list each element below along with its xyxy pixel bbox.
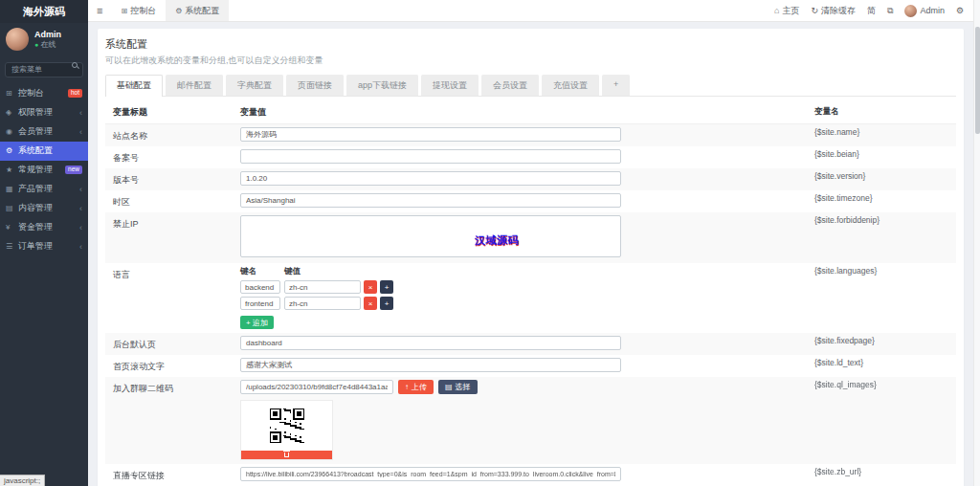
text-input[interactable]	[240, 358, 621, 372]
text-input[interactable]	[240, 171, 621, 186]
table-row: 备案号{$site.beian}	[105, 146, 956, 168]
kv-row: ×+	[240, 297, 799, 310]
fullscreen-button[interactable]: ⧉	[887, 6, 893, 16]
kv-append-button[interactable]: +追加	[240, 316, 274, 329]
sidebar-item-6[interactable]: ▦产品管理‹	[0, 180, 88, 199]
config-tab-4[interactable]: 页面链接	[286, 75, 344, 96]
row-value	[233, 168, 807, 190]
config-tab-7[interactable]: 会员设置	[481, 75, 539, 96]
column-header: 变量值	[233, 101, 807, 124]
chevron-left-icon: ‹	[79, 127, 82, 137]
config-tab-8[interactable]: 充值设置	[542, 75, 599, 96]
choose-label: 选择	[456, 382, 471, 392]
row-value: 键名键值×+×++追加	[233, 263, 807, 333]
config-card: 系统配置 可以在此增改系统的变量和分组,也可以自定义分组和变量 基础配置邮件配置…	[98, 29, 964, 486]
topbar-tab-1[interactable]: ⊞控制台	[111, 0, 166, 21]
text-input[interactable]	[240, 127, 621, 142]
kv-move-button[interactable]: +	[380, 280, 393, 294]
topbar-actions: ⌂主页 ↻清除缓存 简 ⧉ Admin ⚙	[774, 5, 973, 17]
row-value	[233, 355, 807, 377]
sidebar-item-label: 控制台	[18, 87, 68, 99]
row-title-label: 直播专区链接	[113, 467, 165, 482]
row-value: ↑上传▤选择	[233, 377, 807, 464]
kv-key-input[interactable]	[240, 280, 280, 294]
row-varname: {$site.zb_url}	[807, 464, 956, 486]
scrollbar-thumb[interactable]	[975, 27, 980, 134]
row-title-label: 加入群聊二维码	[113, 380, 173, 395]
sidebar-item-9[interactable]: ☰订单管理‹	[0, 237, 88, 256]
config-tab-6[interactable]: 提现设置	[421, 75, 479, 96]
row-title: 后台默认页	[105, 333, 233, 355]
page-title: 系统配置	[105, 37, 956, 52]
kv-value-input[interactable]	[284, 280, 361, 294]
kv-move-button[interactable]: +	[380, 297, 393, 310]
plus-icon: +	[246, 319, 251, 327]
sidebar-item-7[interactable]: ▤内容管理‹	[0, 199, 88, 218]
row-value	[233, 212, 807, 263]
sidebar-item-8[interactable]: ¥资金管理‹	[0, 218, 88, 237]
text-input[interactable]	[240, 336, 621, 350]
gear-icon: ⚙	[956, 6, 964, 15]
fullscreen-icon: ⧉	[887, 6, 893, 16]
sidebar-item-3[interactable]: ◉会员管理‹	[0, 122, 88, 142]
add-tab-button[interactable]: +	[602, 75, 630, 96]
sidebar-item-1[interactable]: ⊞控制台hot	[0, 84, 88, 103]
chevron-left-icon: ‹	[79, 108, 82, 118]
sidebar: 海外源码 Admin ● 在线 ⊞控制台hot◈权限管理‹◉会员管理‹⚙系统配置…	[0, 0, 88, 486]
row-title-label: 时区	[113, 193, 130, 209]
language-toggle[interactable]: 简	[867, 5, 876, 17]
row-title: 首页滚动文字	[105, 355, 233, 377]
row-varname: {$site.beian}	[807, 146, 956, 168]
topbar-avatar	[904, 5, 917, 17]
file-icon: ▤	[6, 204, 18, 212]
box-icon: ▦	[6, 185, 18, 193]
sidebar-item-4[interactable]: ⚙系统配置	[0, 142, 88, 161]
column-header: 变量标题	[105, 101, 233, 124]
home-link[interactable]: ⌂主页	[774, 5, 799, 17]
table-row: 版本号{$site.version}	[105, 168, 956, 190]
row-title-label: 禁止IP	[113, 215, 139, 231]
file-path-input[interactable]	[240, 380, 393, 394]
row-title: 时区	[105, 190, 233, 212]
kv-delete-button[interactable]: ×	[364, 280, 377, 294]
text-input[interactable]	[240, 149, 621, 164]
upload-button[interactable]: ↑上传	[398, 380, 434, 394]
kv-delete-button[interactable]: ×	[364, 297, 377, 310]
row-value	[233, 146, 807, 168]
folder-icon: ▤	[445, 383, 453, 391]
refresh-icon: ↻	[811, 6, 818, 15]
menu-toggle-icon[interactable]: ≡	[88, 5, 111, 16]
shield-icon: ◈	[6, 108, 18, 117]
app-logo: 海外源码	[0, 0, 88, 23]
dashboard-icon: ⊞	[121, 7, 127, 15]
row-title-label: 后台默认页	[113, 336, 156, 351]
star-icon: ★	[6, 166, 18, 174]
config-tab-2[interactable]: 邮件配置	[166, 75, 223, 96]
kv-value-input[interactable]	[284, 297, 361, 310]
clear-cache-button[interactable]: ↻清除缓存	[811, 5, 856, 17]
textarea-input[interactable]	[240, 215, 621, 257]
topbar-tab-2[interactable]: ⚙系统配置	[166, 0, 229, 21]
settings-button[interactable]: ⚙	[956, 6, 964, 15]
watermark-text: 汉域源码	[475, 233, 519, 248]
main-content: 系统配置 可以在此增改系统的变量和分组,也可以自定义分组和变量 基础配置邮件配置…	[88, 22, 973, 486]
row-value	[233, 190, 807, 212]
config-tab-1[interactable]: 基础配置	[105, 75, 163, 97]
sidebar-item-5[interactable]: ★常规管理new	[0, 161, 88, 180]
user-panel[interactable]: Admin ● 在线	[0, 23, 88, 55]
sidebar-item-label: 系统配置	[18, 144, 82, 157]
delete-image-button[interactable]	[241, 451, 332, 459]
text-input[interactable]	[240, 467, 621, 481]
gear-icon: ⚙	[6, 146, 18, 155]
sidebar-item-2[interactable]: ◈权限管理‹	[0, 103, 88, 122]
row-varname: {$site.forbiddenip}	[807, 212, 956, 263]
row-varname: {$site.timezone}	[807, 190, 956, 212]
user-menu[interactable]: Admin	[904, 5, 945, 17]
text-input[interactable]	[240, 193, 621, 208]
choose-button[interactable]: ▤选择	[438, 380, 478, 394]
kv-key-input[interactable]	[240, 297, 280, 310]
config-tab-5[interactable]: app下载链接	[346, 75, 418, 96]
config-tab-3[interactable]: 字典配置	[226, 75, 283, 96]
column-header: 变量名	[807, 101, 956, 124]
home-icon: ⌂	[774, 6, 779, 15]
